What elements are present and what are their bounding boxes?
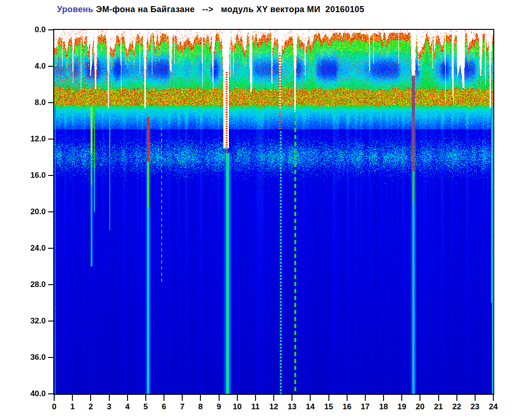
x-tick-label: 23	[465, 402, 485, 412]
y-tick-label: 4.0	[14, 61, 46, 71]
x-tick-label: 6	[154, 402, 174, 412]
x-tick	[420, 395, 420, 401]
x-tick-label: 22	[447, 402, 467, 412]
x-tick-label: 7	[172, 402, 192, 412]
spectrogram-canvas	[54, 30, 493, 394]
x-tick-label: 20	[410, 402, 430, 412]
x-tick	[438, 395, 439, 401]
y-tick	[48, 29, 53, 30]
chart-title: Уровень ЭМ-фона на Байгазане --> модуль …	[57, 5, 364, 14]
x-tick	[237, 395, 238, 401]
x-tick-label: 24	[483, 402, 504, 412]
y-tick-label: 40.0	[14, 389, 46, 399]
x-tick-label: 13	[282, 402, 302, 412]
x-tick-label: 15	[319, 402, 339, 412]
x-tick-label: 9	[209, 402, 229, 412]
x-tick-label: 1	[62, 402, 83, 412]
y-tick-label: 32.0	[14, 316, 46, 326]
y-tick	[48, 211, 53, 212]
x-tick	[219, 395, 220, 401]
x-tick-label: 10	[227, 402, 248, 412]
x-tick	[401, 395, 402, 401]
x-tick	[493, 395, 494, 401]
y-tick-label: 8.0	[14, 98, 46, 108]
x-tick-label: 11	[245, 402, 266, 412]
x-tick	[109, 395, 110, 401]
y-tick	[48, 321, 53, 322]
x-tick-label: 8	[190, 402, 211, 412]
x-tick	[328, 395, 329, 401]
x-tick	[72, 395, 73, 401]
x-tick	[475, 395, 476, 401]
x-tick	[164, 395, 164, 401]
y-tick	[48, 248, 53, 249]
plot-frame	[53, 29, 494, 395]
x-tick	[90, 395, 91, 401]
x-tick	[255, 395, 256, 401]
x-tick-label: 5	[135, 402, 156, 412]
x-tick	[383, 395, 384, 401]
x-tick-label: 18	[373, 402, 394, 412]
x-tick-label: 14	[300, 402, 320, 412]
x-tick	[127, 395, 128, 401]
y-tick-label: 12.0	[14, 134, 46, 144]
y-tick-label: 28.0	[14, 280, 46, 290]
x-tick	[200, 395, 201, 401]
x-tick-label: 19	[391, 402, 412, 412]
x-tick	[347, 395, 348, 401]
x-tick	[54, 395, 55, 401]
x-tick	[365, 395, 366, 401]
x-tick-label: 21	[428, 402, 449, 412]
y-tick	[48, 102, 53, 103]
x-tick	[145, 395, 146, 401]
x-tick-label: 17	[355, 402, 376, 412]
x-tick-label: 4	[117, 402, 138, 412]
y-tick-label: 16.0	[14, 170, 46, 181]
x-tick-label: 16	[337, 402, 357, 412]
x-tick	[292, 395, 292, 401]
x-tick-label: 2	[80, 402, 101, 412]
x-tick-label: 12	[263, 402, 284, 412]
x-tick	[310, 395, 311, 401]
y-tick	[48, 175, 53, 176]
y-tick-label: 20.0	[14, 207, 46, 217]
spectrogram-page: Уровень ЭМ-фона на Байгазане --> модуль …	[0, 0, 512, 420]
chart-title-main: ЭМ-фона на Байгазане --> модуль XY векто…	[93, 5, 364, 14]
y-tick-label: 0.0	[14, 25, 46, 35]
y-tick	[48, 139, 53, 140]
x-tick	[182, 395, 183, 401]
x-tick-label: 0	[44, 402, 64, 412]
x-tick-label: 3	[99, 402, 120, 412]
y-tick	[48, 66, 53, 67]
chart-title-station: Уровень	[57, 5, 93, 14]
y-tick	[48, 393, 53, 394]
y-tick-label: 24.0	[14, 243, 46, 253]
x-tick	[456, 395, 457, 401]
y-tick-label: 36.0	[14, 352, 46, 363]
y-tick	[48, 357, 53, 358]
x-tick	[273, 395, 274, 401]
y-tick	[48, 284, 53, 285]
